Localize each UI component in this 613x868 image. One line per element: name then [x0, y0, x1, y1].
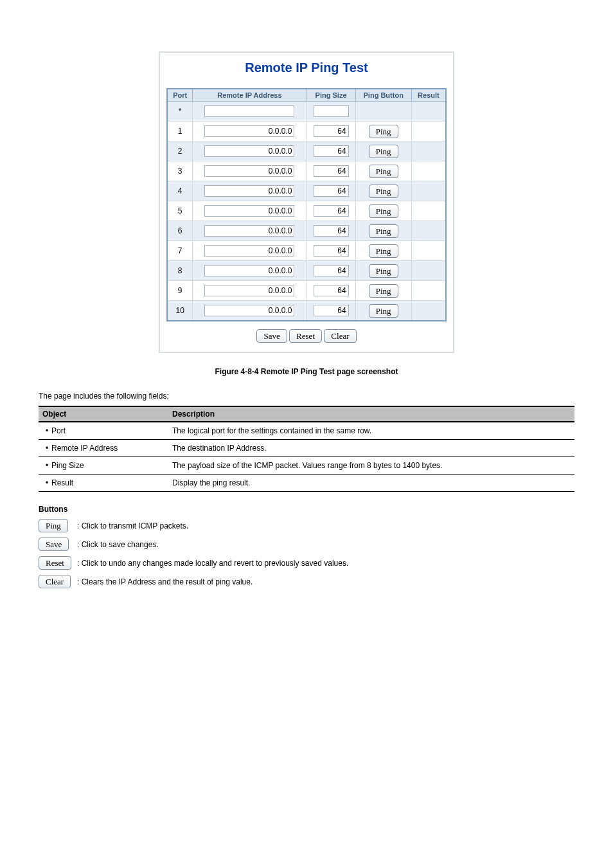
- ping-button[interactable]: Ping: [369, 145, 398, 158]
- table-row: 3Ping: [167, 161, 446, 181]
- ping-button[interactable]: Ping: [369, 204, 398, 218]
- reset-button-sample: Reset: [39, 556, 71, 570]
- size-input[interactable]: [314, 145, 349, 157]
- ping-button[interactable]: Ping: [369, 284, 398, 298]
- ping-table: Port Remote IP Address Ping Size Ping Bu…: [166, 88, 447, 321]
- button-desc-row: Reset : Click to undo any changes made l…: [39, 556, 574, 570]
- col-result: Result: [411, 89, 446, 102]
- table-row: 10Ping: [167, 301, 446, 321]
- button-desc-row: Clear : Clears the IP Address and the re…: [39, 575, 574, 588]
- ping-button[interactable]: Ping: [369, 125, 398, 138]
- ip-input[interactable]: [204, 145, 294, 157]
- panel-title: Remote IP Ping Test: [166, 60, 447, 75]
- table-row: 7Ping: [167, 241, 446, 261]
- ip-input[interactable]: [204, 305, 294, 316]
- obj-row: •Ping SizeThe payload size of the ICMP p…: [39, 457, 574, 475]
- col-port: Port: [167, 89, 193, 102]
- clear-button[interactable]: Clear: [324, 329, 356, 343]
- obj-row: •Remote IP AddressThe destination IP Add…: [39, 440, 574, 457]
- head-ip-input[interactable]: [204, 105, 294, 117]
- button-desc-row: Ping : Click to transmit ICMP packets.: [39, 519, 574, 532]
- table-row: 2Ping: [167, 141, 446, 161]
- size-input[interactable]: [314, 125, 349, 137]
- table-row: 6Ping: [167, 221, 446, 241]
- ip-input[interactable]: [204, 285, 294, 296]
- ping-button[interactable]: Ping: [369, 165, 398, 178]
- size-input[interactable]: [314, 165, 349, 177]
- buttons-section-title: Buttons: [39, 505, 574, 514]
- size-input[interactable]: [314, 265, 349, 276]
- ip-input[interactable]: [204, 185, 294, 197]
- table-row: 4Ping: [167, 181, 446, 201]
- obj-head-object: Object: [39, 406, 168, 422]
- ip-input[interactable]: [204, 205, 294, 217]
- size-input[interactable]: [314, 225, 349, 237]
- col-button: Ping Button: [355, 89, 411, 102]
- col-size: Ping Size: [306, 89, 355, 102]
- ping-button[interactable]: Ping: [369, 304, 398, 318]
- table-row: 1Ping: [167, 122, 446, 141]
- button-desc-row: Save : Click to save changes.: [39, 538, 574, 551]
- description-intro: The page includes the following fields:: [39, 392, 574, 401]
- ip-input[interactable]: [204, 245, 294, 257]
- table-row: 5Ping: [167, 201, 446, 221]
- reset-button[interactable]: Reset: [289, 329, 322, 343]
- size-input[interactable]: [314, 205, 349, 217]
- ping-button-sample: Ping: [39, 519, 68, 532]
- obj-head-description: Description: [168, 406, 574, 422]
- head-row-port: *: [167, 102, 193, 122]
- table-row: 9Ping: [167, 281, 446, 301]
- obj-row: •ResultDisplay the ping result.: [39, 475, 574, 492]
- size-input[interactable]: [314, 305, 349, 316]
- save-button[interactable]: Save: [256, 329, 287, 343]
- ip-input[interactable]: [204, 125, 294, 137]
- ping-button[interactable]: Ping: [369, 185, 398, 198]
- ip-input[interactable]: [204, 225, 294, 237]
- ip-input[interactable]: [204, 265, 294, 276]
- head-size-input[interactable]: [314, 105, 349, 117]
- size-input[interactable]: [314, 185, 349, 197]
- clear-button-sample: Clear: [39, 575, 71, 588]
- ip-input[interactable]: [204, 165, 294, 177]
- remote-ip-ping-panel: Remote IP Ping Test Port Remote IP Addre…: [159, 51, 454, 353]
- objects-table: Object Description •PortThe logical port…: [39, 406, 574, 492]
- size-input[interactable]: [314, 245, 349, 257]
- col-ip: Remote IP Address: [193, 89, 306, 102]
- save-button-sample: Save: [39, 538, 69, 551]
- ping-button[interactable]: Ping: [369, 264, 398, 278]
- ping-button[interactable]: Ping: [369, 224, 398, 238]
- table-row: 8Ping: [167, 261, 446, 281]
- obj-row: •PortThe logical port for the settings c…: [39, 422, 574, 440]
- size-input[interactable]: [314, 285, 349, 296]
- ping-button[interactable]: Ping: [369, 244, 398, 258]
- figure-caption: Figure 4-8-4 Remote IP Ping Test page sc…: [0, 367, 613, 376]
